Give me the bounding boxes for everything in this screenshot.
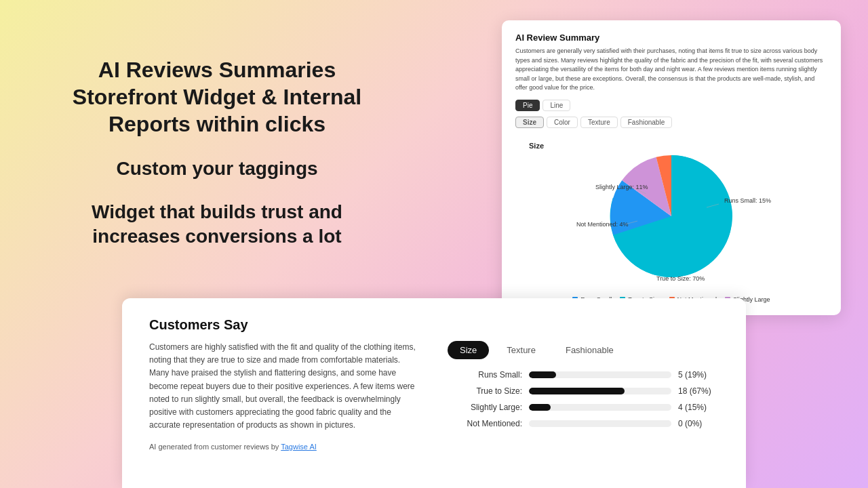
toggle-pie[interactable]: Pie xyxy=(515,100,540,111)
widget-left: Customers are highly satisfied with the … xyxy=(149,341,420,451)
toggle-line[interactable]: Line xyxy=(542,100,570,111)
hero-line3: Reports within clicks xyxy=(108,112,326,136)
review-card: AI Review Summary Customers are generall… xyxy=(502,20,841,315)
chart-area: Runs Small: 15% Slightly Large: 11% Not … xyxy=(515,135,827,291)
bar-label-true-to-size: True to Size: xyxy=(448,386,522,396)
pie-chart: Runs Small: 15% Slightly Large: 11% Not … xyxy=(556,138,787,287)
tag-texture[interactable]: Texture xyxy=(580,117,618,128)
tag-size[interactable]: Size xyxy=(515,117,544,128)
widget-right: Size Texture Fashionable Runs Small: 5 (… xyxy=(448,341,719,451)
hero-line2: Storefront Widget & Internal xyxy=(73,85,361,109)
widget-footer: AI generated from customer reviews by Ta… xyxy=(149,443,420,451)
bar-label-not-mentioned: Not Mentioned: xyxy=(448,419,522,428)
bar-fill-runs-small xyxy=(529,371,556,378)
bar-row-true-to-size: True to Size: 18 (67%) xyxy=(448,386,719,396)
bar-row-not-mentioned: Not Mentioned: 0 (0%) xyxy=(448,419,719,428)
hero-line1: AI Reviews Summaries xyxy=(98,58,336,82)
bar-track-runs-small xyxy=(529,371,671,378)
hero-line6: increases conversions a lot xyxy=(92,226,341,247)
widget-title: Customers Say xyxy=(149,317,719,333)
bar-track-not-mentioned xyxy=(529,420,671,427)
tag-fashionable[interactable]: Fashionable xyxy=(620,117,672,128)
bar-track-slightly-large xyxy=(529,404,671,411)
bar-value-runs-small: 5 (19%) xyxy=(678,370,719,380)
label-runs-small: Runs Small: 15% xyxy=(724,197,771,204)
bar-label-runs-small: Runs Small: xyxy=(448,370,522,380)
bar-track-true-to-size xyxy=(529,388,671,394)
hero-line5: Widget that builds trust and xyxy=(92,201,342,222)
label-true-to-size: True to Size: 70% xyxy=(656,275,705,282)
bottom-widget: Customers Say Customers are highly satis… xyxy=(122,298,746,488)
bar-value-true-to-size: 18 (67%) xyxy=(678,386,719,396)
bar-row-runs-small: Runs Small: 5 (19%) xyxy=(448,370,719,380)
tag-row: Size Color Texture Fashionable xyxy=(515,117,827,128)
bar-row-slightly-large: Slightly Large: 4 (15%) xyxy=(448,403,719,412)
tab-size[interactable]: Size xyxy=(448,341,489,359)
pie-slices xyxy=(610,155,732,277)
tab-fashionable[interactable]: Fashionable xyxy=(553,341,626,359)
widget-body: Customers are highly satisfied with the … xyxy=(149,341,719,451)
hero-sub1: Custom your taggings xyxy=(116,158,317,180)
footer-text: AI generated from customer reviews by xyxy=(149,443,281,451)
hero-sub2: Widget that builds trust and increases c… xyxy=(92,200,342,249)
tab-texture[interactable]: Texture xyxy=(494,341,548,359)
widget-text: Customers are highly satisfied with the … xyxy=(149,341,420,432)
bar-fill-true-to-size xyxy=(529,388,625,394)
hero-text-1: AI Reviews Summaries Storefront Widget &… xyxy=(73,56,361,138)
size-tabs: Size Texture Fashionable xyxy=(448,341,719,359)
bar-label-slightly-large: Slightly Large: xyxy=(448,403,522,412)
card-title: AI Review Summary xyxy=(515,33,827,43)
tag-color[interactable]: Color xyxy=(547,117,578,128)
card-summary: Customers are generally very satisfied w… xyxy=(515,47,827,93)
hero-panel: AI Reviews Summaries Storefront Widget &… xyxy=(0,0,434,305)
label-slightly-large: Slightly Large: 11% xyxy=(595,184,648,190)
bar-fill-slightly-large xyxy=(529,404,551,411)
tagwise-link[interactable]: Tagwise AI xyxy=(281,443,317,451)
bar-value-not-mentioned: 0 (0%) xyxy=(678,419,719,428)
chart-section: Size xyxy=(515,135,827,304)
chart-toggle-row: Pie Line xyxy=(515,100,827,111)
label-not-mentioned: Not Mentioned: 4% xyxy=(576,221,629,228)
bar-value-slightly-large: 4 (15%) xyxy=(678,403,719,412)
